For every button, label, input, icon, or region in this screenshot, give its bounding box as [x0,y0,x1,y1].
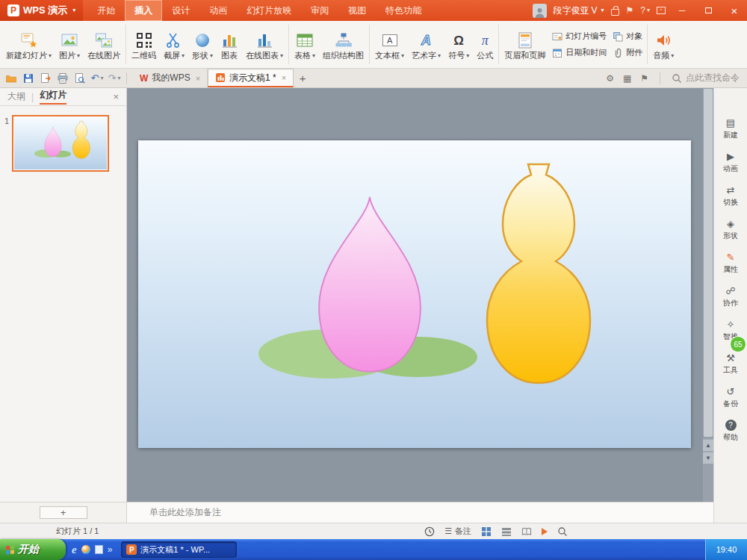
properties-icon: ✎ [727,252,735,263]
show-desktop-icon[interactable] [95,545,103,554]
save-button[interactable] [21,71,36,86]
ribbon-table[interactable]: 表格▾ [291,27,319,62]
normal-view-button[interactable] [481,526,492,537]
slide-1[interactable] [138,140,691,448]
sidebar-item-help[interactable]: ?帮助 [714,416,747,449]
autosave-clock-icon[interactable] [424,526,435,537]
sidebar-item-collaboration[interactable]: ☍协作 [714,281,747,315]
ribbon-picture[interactable]: 图片▾ [55,27,84,62]
command-search[interactable]: 点此查找命令 [672,72,740,84]
ribbon-audio[interactable]: 音频▾ [649,27,678,62]
ribbon-org-chart[interactable]: 组织结构图 [319,27,368,62]
system-tray[interactable]: 19:40 [705,539,747,560]
quick-launch-overflow[interactable]: » [108,544,113,555]
scissors-icon [165,31,183,49]
menu-tab-insert[interactable]: 插入 [125,0,162,21]
menu-tab-review[interactable]: 审阅 [301,0,338,21]
menu-tab-design[interactable]: 设计 [162,0,199,21]
sidebar-item-transition[interactable]: ⇄切换 [714,181,747,214]
menu-tab-animation[interactable]: 动画 [199,0,237,21]
internet-explorer-icon[interactable]: e [72,544,77,556]
print-preview-button[interactable] [72,71,87,86]
menu-tab-slideshow[interactable]: 幻灯片放映 [237,0,301,21]
ribbon-symbol[interactable]: Ω 符号▾ [444,27,473,62]
output-button[interactable] [38,71,53,86]
open-button[interactable] [4,71,19,86]
user-avatar[interactable] [533,4,547,18]
ribbon-word-art[interactable]: A 艺术字▾ [408,27,444,62]
ribbon-object[interactable]: 对象 [613,31,642,42]
sidebar-item-tools[interactable]: ⚒工具 [714,349,747,382]
slide-sorter-view-button[interactable] [501,526,512,537]
sidebar-item-backup[interactable]: ↺备份 [714,382,747,416]
zoom-icon[interactable] [557,526,568,537]
close-tab-icon[interactable]: × [282,73,286,82]
tab-divider: | [31,92,34,102]
ribbon-formula[interactable]: π 公式 [473,27,497,62]
add-slide-button[interactable]: + [40,506,87,519]
ribbon-slide-number[interactable]: 幻灯片编号 [552,31,607,42]
notes-area[interactable]: 单击此处添加备注 [127,502,713,523]
taskbar-empty-area [237,539,705,560]
ribbon-new-slide[interactable]: 新建幻灯片▾ [2,27,55,62]
close-panel-button[interactable]: × [113,91,119,102]
ribbon-text-box[interactable]: A 文本框▾ [371,27,408,62]
ribbon-screenshot[interactable]: 截屏▾ [160,27,188,62]
slideshow-play-button[interactable] [542,528,548,535]
slide-thumbnail-row: 1 [0,115,126,172]
ribbon-online-chart[interactable]: 在线图表▾ [242,27,287,62]
settings-icon[interactable]: ⚙ [606,73,614,84]
start-button[interactable]: 开始 [0,539,66,560]
slide-canvas[interactable]: ▲ ▼ [127,88,713,502]
menu-tab-view[interactable]: 视图 [338,0,376,21]
calendar-icon [552,48,562,58]
taskbar-window-button[interactable]: P 演示文稿1 * - WP... [121,541,237,558]
ribbon-qrcode[interactable]: 二维码 [128,27,160,62]
ribbon-separator [498,25,499,64]
minimize-button[interactable]: ─ [672,0,692,21]
outline-tab[interactable]: 大纲 [7,90,25,103]
scrollbar-thumb[interactable] [704,89,713,437]
notification-badge[interactable]: 65 [730,336,746,352]
redo-button[interactable]: ↷▾ [107,71,122,86]
ribbon-attachment[interactable]: 附件 [613,47,642,58]
sidebar-item-new[interactable]: ▤新建 [714,113,747,147]
sidebar-item-properties[interactable]: ✎属性 [714,248,747,281]
undo-button[interactable]: ↶▾ [90,71,105,86]
menu-tab-features[interactable]: 特色功能 [376,0,431,21]
previous-slide-button[interactable]: ▲ [703,439,713,451]
task-pane-icon[interactable]: ▦ [623,73,631,84]
account-menu[interactable]: 段字俊亚 V ▾ [554,4,604,17]
sidebar-item-shapes[interactable]: ◈形状 [714,214,747,248]
ribbon-chart[interactable]: 图表 [217,27,242,62]
ui-switch-button[interactable]: ⌃ [657,7,666,14]
flag-button[interactable]: ⚑ [626,5,634,16]
new-tab-button[interactable]: + [294,69,311,87]
shop-button[interactable] [611,6,619,16]
doc-tab-presentation1[interactable]: 演示文稿1 * × [208,69,294,87]
doc-tab-my-wps[interactable]: W 我的WPS × [133,69,208,87]
wps-app-menu-button[interactable]: P WPS 演示 ▾ [0,0,83,21]
ribbon-shapes[interactable]: 形状▾ [188,27,217,62]
media-player-icon[interactable] [81,545,90,554]
next-slide-button[interactable]: ▼ [703,452,713,464]
help-button[interactable]: ?▾ [640,5,650,16]
slides-tab[interactable]: 幻灯片 [40,89,66,105]
slide-1-thumbnail[interactable] [12,115,109,172]
ribbon-online-picture[interactable]: 在线图片 [84,27,124,62]
notes-toggle[interactable]: ☰ 备注 [444,526,471,537]
close-button[interactable]: × [725,0,744,21]
reading-view-button[interactable] [521,526,532,537]
document-tab-bar: ↶▾ ↷▾ W 我的WPS × 演示文稿1 * × + ⚙ ▦ ⚑ 点此查找命令 [0,69,747,88]
chevron-down-icon: ▾ [647,7,650,13]
vertical-scrollbar[interactable]: ▲ ▼ [703,88,713,502]
sidebar-item-animation[interactable]: ▶动画 [714,147,747,181]
print-button[interactable] [55,71,70,86]
ribbon-header-footer[interactable]: 页眉和页脚 [500,27,549,62]
maximize-button[interactable] [698,0,718,21]
menu-tab-strip: 开始 插入 设计 动画 幻灯片放映 审阅 视图 特色功能 [87,0,431,21]
ribbon-datetime[interactable]: 日期和时间 [552,47,607,58]
close-tab-icon[interactable]: × [196,74,200,83]
menu-tab-home[interactable]: 开始 [87,0,125,21]
bookmark-icon[interactable]: ⚑ [640,73,648,84]
